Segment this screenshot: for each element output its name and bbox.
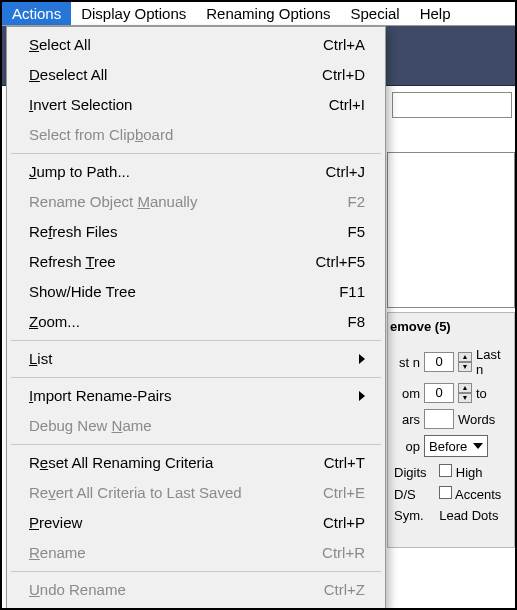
menu-preview[interactable]: Preview Ctrl+P bbox=[9, 508, 383, 538]
menu-separator bbox=[11, 377, 381, 378]
menu-list[interactable]: List bbox=[9, 344, 383, 374]
menu-select-all[interactable]: Select All Ctrl+A bbox=[9, 30, 383, 60]
remove-panel: emove (5) st n 0 ▲ ▼ Last n om 0 ▲ ▼ to … bbox=[387, 312, 515, 548]
chevron-down-icon[interactable]: ▼ bbox=[458, 362, 472, 372]
label-ds: D/S bbox=[394, 487, 433, 502]
menubar-renaming-options[interactable]: Renaming Options bbox=[196, 2, 340, 25]
chars-input[interactable] bbox=[424, 409, 454, 429]
submenu-arrow-icon bbox=[359, 391, 365, 401]
menubar-actions[interactable]: Actions bbox=[2, 2, 71, 25]
menu-refresh-tree[interactable]: Refresh Tree Ctrl+F5 bbox=[9, 247, 383, 277]
menu-refresh-files[interactable]: Refresh Files F5 bbox=[9, 217, 383, 247]
actions-menu: Select All Ctrl+A Deselect All Ctrl+D In… bbox=[6, 26, 386, 609]
menu-rename: Rename Ctrl+R bbox=[9, 538, 383, 568]
accents-checkbox[interactable] bbox=[439, 486, 452, 499]
menu-separator bbox=[11, 444, 381, 445]
label-last-n: Last n bbox=[476, 347, 510, 377]
menu-zoom[interactable]: Zoom... F8 bbox=[9, 307, 383, 337]
menu-rename-manually: Rename Object Manually F2 bbox=[9, 187, 383, 217]
chevron-down-icon[interactable]: ▼ bbox=[458, 393, 472, 403]
from-spinner[interactable]: ▲ ▼ bbox=[458, 383, 472, 403]
menu-reset-criteria[interactable]: Reset All Renaming Criteria Ctrl+T bbox=[9, 448, 383, 478]
menu-deselect-all[interactable]: Deselect All Ctrl+D bbox=[9, 60, 383, 90]
panel-title: emove (5) bbox=[388, 313, 514, 344]
label-sym: Sym. bbox=[394, 508, 433, 523]
submenu-arrow-icon bbox=[359, 354, 365, 364]
menu-select-from-clipboard: Select from Clipboard bbox=[9, 120, 383, 150]
menu-show-hide-tree[interactable]: Show/Hide Tree F11 bbox=[9, 277, 383, 307]
label-lead-dots: Lead Dots bbox=[439, 508, 508, 523]
label-from: om bbox=[392, 386, 420, 401]
label-to: to bbox=[476, 386, 510, 401]
label-digits: Digits bbox=[394, 465, 433, 480]
chevron-up-icon[interactable]: ▲ bbox=[458, 383, 472, 393]
menu-revert-criteria: Revert All Criteria to Last Saved Ctrl+E bbox=[9, 478, 383, 508]
high-checkbox[interactable] bbox=[439, 464, 452, 477]
from-input[interactable]: 0 bbox=[424, 383, 454, 403]
menubar-help[interactable]: Help bbox=[410, 2, 461, 25]
menubar-special[interactable]: Special bbox=[340, 2, 409, 25]
crop-combo[interactable]: Before bbox=[424, 435, 488, 457]
menu-debug-new-name: Debug New Name bbox=[9, 411, 383, 441]
crop-combo-value: Before bbox=[429, 439, 467, 454]
menubar: Actions Display Options Renaming Options… bbox=[2, 2, 515, 26]
menubar-display-options[interactable]: Display Options bbox=[71, 2, 196, 25]
tree-panel[interactable] bbox=[387, 152, 515, 308]
label-high: High bbox=[456, 465, 483, 480]
first-n-spinner[interactable]: ▲ ▼ bbox=[458, 352, 472, 372]
chevron-down-icon bbox=[473, 443, 483, 449]
menu-jump-to-path[interactable]: Jump to Path... Ctrl+J bbox=[9, 157, 383, 187]
label-first-n: st n bbox=[392, 355, 420, 370]
label-words: Words bbox=[458, 412, 510, 427]
label-crop: op bbox=[392, 439, 420, 454]
menu-separator bbox=[11, 571, 381, 572]
menu-separator bbox=[11, 153, 381, 154]
label-chars: ars bbox=[392, 412, 420, 427]
menu-invert-selection[interactable]: Invert Selection Ctrl+I bbox=[9, 90, 383, 120]
label-accents: Accents bbox=[455, 487, 501, 502]
menu-import-rename-pairs[interactable]: Import Rename-Pairs bbox=[9, 381, 383, 411]
menu-undo-rename: Undo Rename Ctrl+Z bbox=[9, 575, 383, 605]
chevron-up-icon[interactable]: ▲ bbox=[458, 352, 472, 362]
first-n-input[interactable]: 0 bbox=[424, 352, 454, 372]
menu-separator bbox=[11, 340, 381, 341]
path-input[interactable] bbox=[392, 92, 512, 118]
